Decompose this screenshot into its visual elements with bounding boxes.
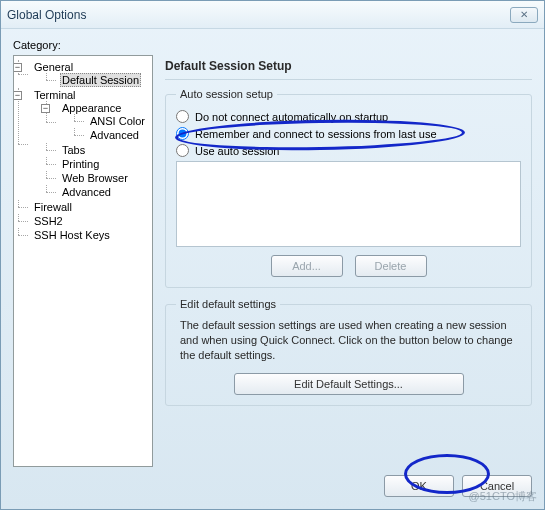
tree-item-terminal[interactable]: Terminal	[32, 89, 78, 101]
cancel-button[interactable]: Cancel	[462, 475, 532, 497]
delete-button[interactable]: Delete	[355, 255, 427, 277]
window-title: Global Options	[7, 8, 86, 22]
tree-item-default-session[interactable]: Default Session	[60, 73, 141, 87]
collapse-icon[interactable]: −	[13, 63, 22, 72]
ok-button[interactable]: OK	[384, 475, 454, 497]
radio-remember[interactable]: Remember and connect to sessions from la…	[176, 127, 521, 140]
radio-no-connect-input[interactable]	[176, 110, 189, 123]
dialog-footer: OK Cancel	[1, 467, 544, 509]
tree-item-ssh2[interactable]: SSH2	[32, 215, 65, 227]
tree-item-general[interactable]: General	[32, 61, 75, 73]
tree-item-advanced[interactable]: Advanced	[88, 129, 141, 141]
edit-default-settings-button[interactable]: Edit Default Settings...	[234, 373, 464, 395]
tree-item-advanced[interactable]: Advanced	[60, 186, 113, 198]
dialog-body: Category: − General Default Session −	[1, 29, 544, 467]
collapse-icon[interactable]: −	[41, 104, 50, 113]
edit-default-description: The default session settings are used wh…	[180, 318, 521, 363]
category-tree[interactable]: − General Default Session − Terminal	[13, 55, 153, 467]
titlebar: Global Options ✕	[1, 1, 544, 29]
auto-session-legend: Auto session setup	[176, 88, 277, 100]
tree-item-tabs[interactable]: Tabs	[60, 144, 87, 156]
tree-item-ansi-color[interactable]: ANSI Color	[88, 115, 147, 127]
radio-use-auto[interactable]: Use auto session	[176, 144, 521, 157]
auto-session-list[interactable]	[176, 161, 521, 247]
radio-use-auto-input[interactable]	[176, 144, 189, 157]
global-options-window: Global Options ✕ Category: − General Def…	[0, 0, 545, 510]
auto-session-group: Auto session setup Do not connect automa…	[165, 88, 532, 288]
radio-use-auto-label: Use auto session	[195, 145, 279, 157]
radio-remember-input[interactable]	[176, 127, 189, 140]
tree-item-appearance[interactable]: Appearance	[60, 102, 123, 114]
close-icon[interactable]: ✕	[510, 7, 538, 23]
radio-remember-label: Remember and connect to sessions from la…	[195, 128, 437, 140]
tree-item-ssh-host-keys[interactable]: SSH Host Keys	[32, 229, 112, 241]
add-button[interactable]: Add...	[271, 255, 343, 277]
edit-default-group: Edit default settings The default sessio…	[165, 298, 532, 406]
tree-item-web-browser[interactable]: Web Browser	[60, 172, 130, 184]
tree-item-firewall[interactable]: Firewall	[32, 201, 74, 213]
tree-item-printing[interactable]: Printing	[60, 158, 101, 170]
edit-default-legend: Edit default settings	[176, 298, 280, 310]
radio-no-connect-label: Do not connect automatically on startup	[195, 111, 388, 123]
collapse-icon[interactable]: −	[13, 91, 22, 100]
content-pane: Default Session Setup Auto session setup…	[165, 55, 532, 467]
radio-no-connect[interactable]: Do not connect automatically on startup	[176, 110, 521, 123]
page-title: Default Session Setup	[165, 55, 532, 80]
category-label: Category:	[13, 39, 532, 51]
